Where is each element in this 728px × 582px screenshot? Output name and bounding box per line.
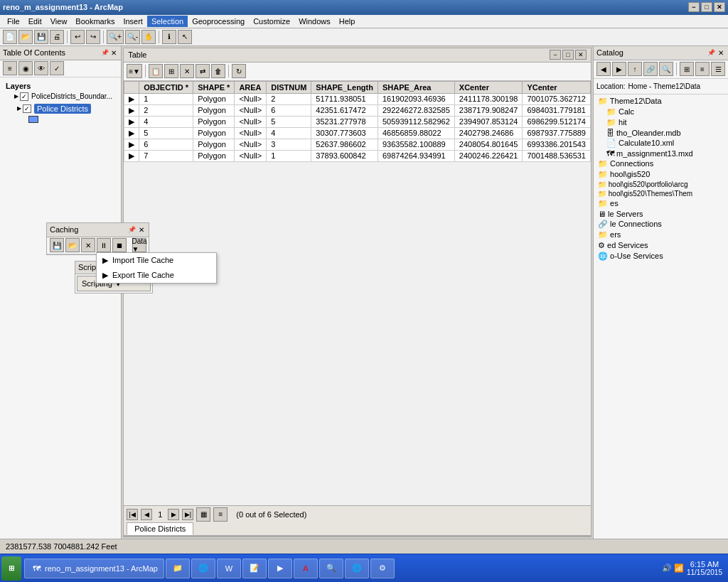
catalog-item-1[interactable]: 📁 Calc bbox=[595, 107, 727, 117]
taskbar-notepad[interactable]: 📝 bbox=[242, 559, 267, 578]
table-switch-sel-btn[interactable]: ⇄ bbox=[196, 64, 210, 78]
toc-close-button[interactable]: ✕ bbox=[109, 49, 118, 57]
catalog-item-8[interactable]: 📁 hool\gis520\portfolio\arcg bbox=[595, 180, 727, 189]
col-shape-area[interactable]: SHAPE_Area bbox=[378, 81, 454, 93]
catalog-item-4[interactable]: 📄 Calculate10.xml bbox=[595, 138, 727, 149]
row-selector[interactable]: ▶ bbox=[124, 150, 139, 161]
print-button[interactable]: 🖨 bbox=[50, 30, 64, 44]
caching-tb-2[interactable]: 📂 bbox=[65, 238, 80, 252]
toc-layer-1[interactable]: ▶ ✓ PoliceDistricts_Boundar... bbox=[3, 92, 118, 102]
catalog-list-btn[interactable]: ≡ bbox=[695, 62, 710, 76]
taskbar-acrobat[interactable]: A bbox=[294, 559, 318, 578]
table-select-all-btn[interactable]: ⊞ bbox=[164, 64, 178, 78]
menu-geoprocessing[interactable]: Geoprocessing bbox=[188, 16, 249, 27]
catalog-search-btn[interactable]: 🔍 bbox=[659, 62, 673, 76]
start-button[interactable]: ⊞ bbox=[1, 556, 21, 581]
layer-checkbox-2[interactable]: ✓ bbox=[23, 104, 31, 113]
col-xcenter[interactable]: XCenter bbox=[454, 81, 523, 93]
open-button[interactable]: 📂 bbox=[18, 30, 33, 44]
toc-pin-icon[interactable]: 📌 bbox=[101, 49, 109, 57]
table-copy-btn[interactable]: 📋 bbox=[149, 64, 163, 78]
table-options-btn[interactable]: ≡▼ bbox=[127, 64, 142, 78]
new-button[interactable]: 📄 bbox=[3, 30, 17, 44]
table-close-btn[interactable]: ✕ bbox=[575, 50, 587, 60]
menu-file[interactable]: File bbox=[3, 16, 24, 27]
table-view-btn[interactable]: ▦ bbox=[196, 507, 210, 522]
catalog-item-0[interactable]: 📁 Theme12\Data bbox=[595, 96, 727, 107]
catalog-up-btn[interactable]: ↑ bbox=[628, 62, 642, 76]
caching-close-button[interactable]: ✕ bbox=[137, 226, 146, 234]
catalog-item-6[interactable]: 📁 Connections bbox=[595, 158, 727, 169]
pan-button[interactable]: ✋ bbox=[141, 30, 156, 44]
row-selector[interactable]: ▶ bbox=[124, 127, 139, 139]
col-objectid[interactable]: OBJECTID * bbox=[139, 81, 193, 93]
maximize-button[interactable]: □ bbox=[701, 2, 712, 12]
table-list-view-btn[interactable]: ≡ bbox=[213, 507, 228, 522]
catalog-item-11[interactable]: 🖥 le Servers bbox=[595, 209, 727, 219]
menu-selection[interactable]: Selection bbox=[147, 16, 188, 27]
catalog-item-7[interactable]: 📁 hool\gis520 bbox=[595, 169, 727, 180]
table-clear-sel-btn[interactable]: ✕ bbox=[180, 64, 194, 78]
nav-next-btn[interactable]: ▶ bbox=[168, 509, 179, 520]
catalog-item-14[interactable]: ⚙ ed Services bbox=[595, 240, 727, 251]
toc-visibility-btn[interactable]: 👁 bbox=[34, 61, 48, 75]
catalog-connect-btn[interactable]: 🔗 bbox=[643, 62, 658, 76]
col-area[interactable]: AREA bbox=[235, 81, 267, 93]
col-ycenter[interactable]: YCenter bbox=[523, 81, 591, 93]
row-selector[interactable]: ▶ bbox=[124, 139, 139, 150]
catalog-pin-icon[interactable]: 📌 bbox=[707, 49, 715, 57]
taskbar-arcmap[interactable]: 🗺 reno_m_assignment13 - ArcMap bbox=[24, 559, 164, 578]
catalog-item-10[interactable]: 📁 es bbox=[595, 198, 727, 209]
col-distnum[interactable]: DISTNUM bbox=[267, 81, 311, 93]
row-selector[interactable]: ▶ bbox=[124, 116, 139, 127]
undo-button[interactable]: ↩ bbox=[70, 30, 85, 44]
catalog-item-5[interactable]: 🗺 m_assignment13.mxd bbox=[595, 149, 727, 158]
select-button[interactable]: ↖ bbox=[178, 30, 192, 44]
caching-tb-3[interactable]: ✕ bbox=[81, 238, 95, 252]
identify-button[interactable]: ℹ bbox=[162, 30, 176, 44]
menu-help[interactable]: Help bbox=[335, 16, 360, 27]
menu-bookmarks[interactable]: Bookmarks bbox=[71, 16, 119, 27]
close-button[interactable]: ✕ bbox=[714, 2, 725, 12]
taskbar-network[interactable]: 🌐 bbox=[345, 559, 369, 578]
catalog-forward-btn[interactable]: ▶ bbox=[612, 62, 626, 76]
menu-edit[interactable]: Edit bbox=[24, 16, 46, 27]
taskbar-chrome[interactable]: 🌐 bbox=[191, 559, 215, 578]
menu-insert[interactable]: Insert bbox=[119, 16, 147, 27]
row-selector[interactable]: ▶ bbox=[124, 104, 139, 116]
catalog-back-btn[interactable]: ◀ bbox=[596, 62, 611, 76]
caching-data-btn[interactable]: Data ▼ bbox=[132, 238, 146, 252]
catalog-detail-btn[interactable]: ☰ bbox=[711, 62, 725, 76]
toc-layer-2[interactable]: ▶ ✓ Police Districts bbox=[3, 103, 118, 114]
taskbar-word[interactable]: W bbox=[217, 559, 241, 578]
table-maximize-btn[interactable]: □ bbox=[562, 50, 574, 60]
menu-customize[interactable]: Customize bbox=[249, 16, 294, 27]
catalog-grid-btn[interactable]: ⊞ bbox=[680, 62, 694, 76]
catalog-item-9[interactable]: 📁 hool\gis520\Themes\Them bbox=[595, 189, 727, 198]
police-districts-tab[interactable]: Police Districts bbox=[127, 522, 193, 535]
nav-last-btn[interactable]: ▶| bbox=[182, 509, 193, 520]
nav-first-btn[interactable]: |◀ bbox=[127, 509, 138, 520]
table-refresh-btn[interactable]: ↻ bbox=[232, 64, 246, 78]
save-button[interactable]: 💾 bbox=[34, 30, 48, 44]
catalog-item-13[interactable]: 📁 ers bbox=[595, 230, 727, 240]
toc-select-btn[interactable]: ✓ bbox=[50, 61, 64, 75]
catalog-item-15[interactable]: 🌐 o-Use Services bbox=[595, 251, 727, 262]
table-scroll-area[interactable]: OBJECTID * SHAPE * AREA DISTNUM SHAPE_Le… bbox=[124, 81, 591, 505]
row-selector[interactable]: ▶ bbox=[124, 93, 139, 104]
menu-windows[interactable]: Windows bbox=[294, 16, 335, 27]
toc-source-btn[interactable]: ◉ bbox=[18, 61, 33, 75]
export-tile-cache-item[interactable]: ▶ Export Tile Cache bbox=[97, 268, 216, 283]
caching-tb-1[interactable]: 💾 bbox=[50, 238, 64, 252]
layer-checkbox-1[interactable]: ✓ bbox=[20, 92, 28, 101]
table-del-btn[interactable]: 🗑 bbox=[211, 64, 225, 78]
import-tile-cache-item[interactable]: ▶ Import Tile Cache bbox=[97, 253, 216, 268]
nav-prev-btn[interactable]: ◀ bbox=[141, 509, 152, 520]
redo-button[interactable]: ↪ bbox=[86, 30, 100, 44]
caching-tb-4[interactable]: ⏸ bbox=[97, 238, 111, 252]
caching-pin-icon[interactable]: 📌 bbox=[128, 226, 136, 234]
catalog-item-2[interactable]: 📁 hit bbox=[595, 117, 727, 128]
col-shape-length[interactable]: SHAPE_Length bbox=[311, 81, 378, 93]
catalog-item-3[interactable]: 🗄 tho_Oleander.mdb bbox=[595, 128, 727, 138]
taskbar-media[interactable]: ▶ bbox=[268, 559, 292, 578]
